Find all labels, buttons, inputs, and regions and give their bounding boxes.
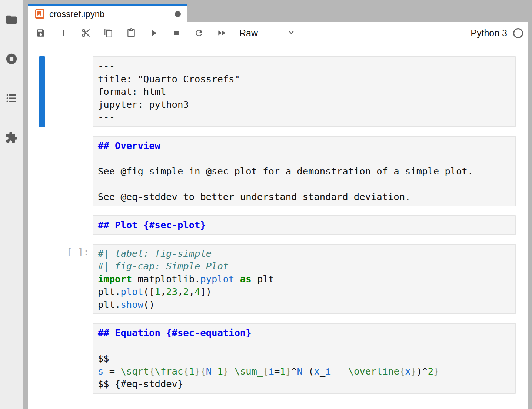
copy-cells-button[interactable] xyxy=(104,28,113,38)
code-line: See @fig-simple in @sec-plot for a demon… xyxy=(98,165,511,178)
execution-prompt xyxy=(45,323,93,394)
execution-prompt xyxy=(45,56,93,127)
right-edge-strip xyxy=(528,0,532,409)
notebook-panel: ---title: "Quarto Crossrefs"format: html… xyxy=(28,44,528,409)
code-line: jupyter: python3 xyxy=(98,98,511,111)
cell-editor[interactable]: ## Overview See @fig-simple in @sec-plot… xyxy=(93,136,516,207)
code-line: $$ {#eq-stddev} xyxy=(98,378,511,390)
interrupt-kernel-button[interactable] xyxy=(172,28,181,38)
cell-type-value: Raw xyxy=(239,28,258,39)
cell-collapser[interactable] xyxy=(39,323,45,394)
unsaved-changes-dot[interactable] xyxy=(175,11,181,17)
folder-icon xyxy=(5,21,18,27)
code-line xyxy=(98,339,511,352)
puzzle-icon xyxy=(5,139,18,145)
cut-icon xyxy=(81,33,91,39)
notebook-cell-raw[interactable]: ---title: "Quarto Crossrefs"format: html… xyxy=(28,56,528,127)
code-line: --- xyxy=(98,60,511,73)
table-of-contents-tab[interactable] xyxy=(5,92,18,104)
insert-cell-button[interactable] xyxy=(59,28,68,38)
cut-cells-button[interactable] xyxy=(81,28,91,38)
list-icon xyxy=(5,99,18,106)
kernel-status-indicator[interactable] xyxy=(513,28,523,38)
cell-editor[interactable]: ## Equation {#sec-equation} $$s = \sqrt{… xyxy=(93,323,516,394)
code-line xyxy=(98,177,511,190)
cell-collapser[interactable] xyxy=(39,136,45,207)
tab-bar: crossref.ipynb xyxy=(28,0,528,22)
execution-prompt xyxy=(45,136,93,207)
notebook-cell-markdown[interactable]: ## Overview See @fig-simple in @sec-plot… xyxy=(28,136,528,207)
notebook-cell-markdown[interactable]: ## Equation {#sec-equation} $$s = \sqrt{… xyxy=(28,323,528,394)
cell-collapser[interactable] xyxy=(39,244,45,315)
code-line: ## Equation {#sec-equation} xyxy=(98,326,511,339)
restart-run-all-button[interactable] xyxy=(217,28,226,38)
restart-kernel-button[interactable] xyxy=(194,28,204,38)
cell-collapser[interactable] xyxy=(39,215,45,235)
left-activity-bar xyxy=(0,0,23,409)
chevron-down-icon xyxy=(287,28,296,38)
main-dock-panel: crossref.ipynb xyxy=(28,0,528,409)
paste-icon xyxy=(126,33,136,39)
save-icon xyxy=(36,33,46,39)
notebook-cell-markdown[interactable]: ## Plot {#sec-plot} xyxy=(28,215,528,235)
code-line: See @eq-stddev to better understand stan… xyxy=(98,190,511,203)
tab-crossref-ipynb[interactable]: crossref.ipynb xyxy=(28,4,187,22)
execution-prompt xyxy=(45,215,93,235)
fast-forward-icon xyxy=(217,33,226,39)
code-line: format: html xyxy=(98,85,511,98)
sidebar-divider xyxy=(23,0,28,409)
paste-cells-button[interactable] xyxy=(126,28,136,38)
notebook-icon xyxy=(35,9,44,19)
save-button[interactable] xyxy=(36,28,46,38)
copy-icon xyxy=(104,33,113,39)
code-line: --- xyxy=(98,111,511,124)
execution-prompt: [ ]: xyxy=(45,244,93,315)
cell-editor[interactable]: ## Plot {#sec-plot} xyxy=(93,215,516,235)
file-browser-tab[interactable] xyxy=(5,13,18,26)
cell-editor[interactable]: #| label: fig-simple#| fig-cap: Simple P… xyxy=(93,244,516,315)
code-line: ## Plot {#sec-plot} xyxy=(98,219,511,232)
code-line: plt.plot([1,23,2,4]) xyxy=(98,285,511,298)
cell-type-dropdown[interactable]: Raw xyxy=(239,28,296,39)
code-line: $$ xyxy=(98,352,511,365)
notebook-cell-code[interactable]: [ ]:#| label: fig-simple#| fig-cap: Simp… xyxy=(28,244,528,315)
run-icon xyxy=(149,33,159,39)
plus-icon xyxy=(59,33,68,39)
tab-title: crossref.ipynb xyxy=(49,9,104,19)
cell-collapser[interactable] xyxy=(39,56,45,127)
code-line: s = \sqrt{\frac{1}{N-1} \sum_{i=1}^N (x_… xyxy=(98,365,511,378)
extension-manager-tab[interactable] xyxy=(5,131,18,144)
code-line: import matplotlib.pyplot as plt xyxy=(98,273,511,286)
cell-list: ---title: "Quarto Crossrefs"format: html… xyxy=(28,56,528,394)
run-cell-button[interactable] xyxy=(149,28,159,38)
restart-icon xyxy=(194,33,204,39)
running-kernels-tab[interactable] xyxy=(5,53,18,65)
code-line: ## Overview xyxy=(98,139,511,152)
code-line: plt.show() xyxy=(98,298,511,311)
kernel-name: Python 3 xyxy=(471,28,507,39)
stop-icon xyxy=(172,33,181,39)
stop-circle-icon xyxy=(5,60,18,66)
code-line: #| label: fig-simple xyxy=(98,247,511,260)
code-line xyxy=(98,152,511,165)
cell-editor[interactable]: ---title: "Quarto Crossrefs"format: html… xyxy=(93,56,516,127)
jupyterlab-window: crossref.ipynb xyxy=(0,0,532,409)
code-line: #| fig-cap: Simple Plot xyxy=(98,260,511,273)
code-line: title: "Quarto Crossrefs" xyxy=(98,73,511,86)
notebook-toolbar: Raw Python 3 xyxy=(28,22,528,44)
